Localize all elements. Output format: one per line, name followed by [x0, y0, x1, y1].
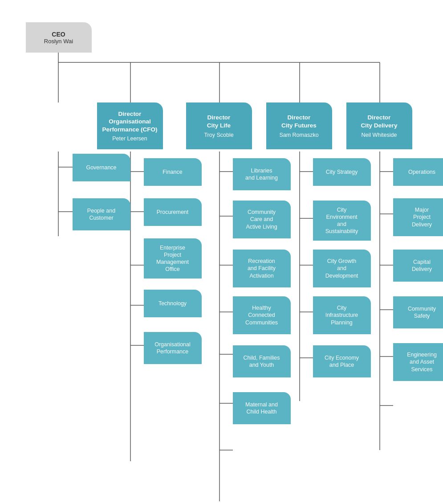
dir-delivery-name: Neil Whiteside	[351, 132, 408, 138]
sub-box-technology: Technology	[144, 290, 202, 317]
sub-box-libraries: Librariesand Learning	[233, 158, 291, 190]
sub-box-community-care: CommunityCare andActive Living	[233, 201, 291, 238]
operations-label: Operations	[408, 168, 435, 176]
engineering-assets-label: Engineeringand AssetServices	[407, 351, 437, 373]
dir-org-title: DirectorOrganisationalPerformance (CFO)	[102, 110, 159, 134]
sub-box-city-infrastructure: CityInfrastructurePlanning	[313, 296, 371, 334]
sub-box-city-strategy: City Strategy	[313, 158, 371, 186]
libraries-label: Librariesand Learning	[245, 167, 278, 182]
sub-box-people: People andCustomer	[73, 198, 130, 230]
sub-box-city-economy: City Economyand Place	[313, 345, 371, 377]
major-project-label: MajorProjectDelivery	[412, 206, 432, 228]
people-customer-label: People andCustomer	[87, 207, 115, 222]
sub-box-city-environment: CityEnvironmentandSustainability	[313, 201, 371, 241]
director-city-futures: DirectorCity Futures Sam Romaszko	[266, 102, 332, 149]
sub-box-healthy-communities: HealthyConnectedCommunities	[233, 296, 291, 334]
dir-life-title: DirectorCity Life	[191, 114, 248, 129]
community-safety-label: CommunitySafety	[408, 305, 436, 320]
sub-box-procurement: Procurement	[144, 198, 202, 226]
sub-box-community-safety: CommunitySafety	[393, 296, 443, 328]
ceo-box: CEO Roslyn Wai	[26, 22, 92, 53]
director-org-performance: DirectorOrganisationalPerformance (CFO) …	[97, 102, 163, 149]
dir-delivery-title: DirectorCity Delivery	[351, 114, 408, 129]
ceo-name: Roslyn Wai	[32, 38, 85, 45]
procurement-label: Procurement	[157, 209, 189, 216]
governance-label: Governance	[86, 164, 116, 171]
capital-delivery-label: CapitalDelivery	[412, 258, 432, 273]
community-care-label: CommunityCare andActive Living	[246, 209, 277, 230]
sub-box-operations: Operations	[393, 158, 443, 186]
city-infrastructure-label: CityInfrastructurePlanning	[325, 304, 358, 326]
director-city-life: DirectorCity Life Troy Scoble	[186, 102, 252, 149]
sub-box-org-performance: OrganisationalPerformance	[144, 332, 202, 364]
sub-box-capital-delivery: CapitalDelivery	[393, 250, 443, 282]
dir-life-name: Troy Scoble	[191, 132, 248, 138]
sub-box-engineering-assets: Engineeringand AssetServices	[393, 343, 443, 381]
sub-box-finance: Finance	[144, 158, 202, 186]
healthy-communities-label: HealthyConnectedCommunities	[245, 304, 278, 326]
maternal-label: Maternal andChild Health	[245, 401, 278, 416]
city-strategy-label: City Strategy	[326, 168, 358, 176]
dir-futures-title: DirectorCity Futures	[271, 114, 328, 129]
sub-box-child-families: Child, Familiesand Youth	[233, 345, 291, 377]
recreation-label: Recreationand FacilityActivation	[248, 258, 276, 279]
sub-box-recreation: Recreationand FacilityActivation	[233, 250, 291, 287]
technology-label: Technology	[159, 300, 187, 307]
city-growth-label: City GrowthandDevelopment	[325, 258, 358, 279]
org-performance-label: OrganisationalPerformance	[154, 341, 191, 356]
org-chart-container: CEO Roslyn Wai Governance People andCust…	[12, 13, 431, 459]
sub-box-governance: Governance	[73, 154, 130, 181]
sub-box-city-growth: City GrowthandDevelopment	[313, 250, 371, 287]
city-environment-label: CityEnvironmentandSustainability	[325, 206, 358, 235]
child-families-label: Child, Familiesand Youth	[244, 354, 280, 369]
sub-box-major-project: MajorProjectDelivery	[393, 198, 443, 236]
dir-org-name: Peter Leersen	[102, 135, 159, 142]
org-chart-page: CEO Roslyn Wai Governance People andCust…	[0, 0, 443, 472]
city-economy-label: City Economyand Place	[325, 354, 359, 369]
dir-futures-name: Sam Romaszko	[271, 132, 328, 138]
sub-box-epmo: EnterpriseProjectManagementOffice	[144, 238, 202, 279]
finance-label: Finance	[163, 168, 182, 176]
epmo-label: EnterpriseProjectManagementOffice	[156, 244, 189, 273]
director-city-delivery: DirectorCity Delivery Neil Whiteside	[346, 102, 412, 149]
ceo-title: CEO	[32, 31, 85, 38]
sub-box-maternal: Maternal andChild Health	[233, 392, 291, 424]
